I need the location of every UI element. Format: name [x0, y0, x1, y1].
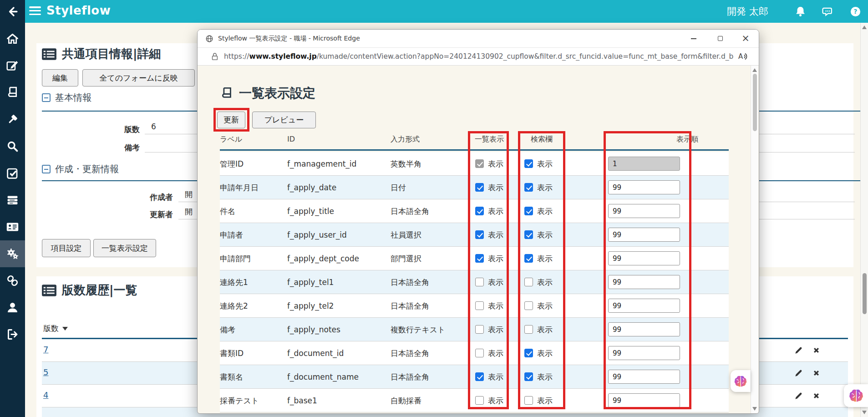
url-text[interactable]: https://www.styleflow.jp/kumade/contentV… — [224, 52, 734, 61]
list-display-checkbox[interactable] — [475, 325, 484, 334]
version-link[interactable]: 4 — [43, 390, 48, 400]
list-display-checkbox[interactable] — [475, 159, 484, 168]
sidebar-item-search[interactable] — [0, 133, 25, 160]
search-field-checkbox[interactable] — [524, 207, 533, 215]
address-bar[interactable]: https://www.styleflow.jp/kumade/contentV… — [198, 48, 759, 66]
search-field-checkbox[interactable] — [524, 372, 533, 381]
bell-icon[interactable] — [794, 5, 807, 18]
sidebar-item-check[interactable] — [0, 160, 25, 187]
display-order-input[interactable] — [608, 393, 680, 407]
scroll-up-icon[interactable] — [752, 68, 757, 72]
display-order-input[interactable] — [608, 370, 680, 384]
scrollbar-thumb[interactable] — [753, 74, 757, 131]
show-label: 表示 — [488, 395, 503, 406]
version-link[interactable]: 5 — [43, 367, 48, 377]
edit-row-icon[interactable] — [794, 392, 803, 400]
row-id: f_apply_tel1 — [287, 278, 334, 287]
sidebar-item-signout[interactable] — [0, 321, 25, 348]
display-order-input[interactable] — [608, 322, 680, 336]
delete-row-icon[interactable] — [812, 346, 821, 355]
show-label: 表示 — [537, 158, 553, 169]
minimize-icon[interactable] — [683, 30, 704, 47]
edge-popup-window: Styleflow 一覧表示設定 - 職場 - Microsoft Edge ×… — [197, 29, 759, 414]
search-field-checkbox[interactable] — [524, 325, 533, 334]
list-display-checkbox[interactable] — [475, 372, 484, 381]
display-order-input[interactable] — [608, 299, 680, 313]
search-field-checkbox[interactable] — [524, 254, 533, 263]
basic-info-section-header[interactable]: 基本情報 — [42, 92, 91, 104]
assistant-bubble[interactable] — [844, 384, 868, 407]
back-button[interactable] — [0, 0, 25, 23]
list-display-checkbox[interactable] — [475, 230, 484, 239]
item-settings-button[interactable]: 項目設定 — [42, 239, 91, 257]
list-display-checkbox[interactable] — [475, 349, 484, 357]
display-order-input[interactable] — [608, 157, 680, 171]
lock-icon — [210, 52, 219, 61]
popup-scrollbar[interactable] — [751, 66, 758, 413]
scroll-down-icon[interactable] — [752, 407, 757, 411]
search-field-checkbox[interactable] — [524, 396, 533, 405]
display-order-input[interactable] — [608, 275, 680, 289]
sidebar-item-link[interactable] — [0, 267, 25, 294]
delete-row-icon[interactable] — [812, 392, 821, 400]
display-order-input[interactable] — [608, 180, 680, 194]
collapse-icon[interactable] — [42, 93, 51, 102]
sidebar-item-server[interactable] — [0, 187, 25, 214]
list-display-checkbox[interactable] — [475, 278, 484, 286]
list-panel-icon — [41, 284, 57, 297]
apply-all-forms-button[interactable]: 全てのフォームに反映 — [82, 69, 195, 86]
scrollbar-thumb[interactable] — [863, 273, 867, 314]
sidebar-item-user[interactable] — [0, 294, 25, 321]
page-scrollbar[interactable] — [860, 23, 868, 417]
window-title-bar[interactable]: Styleflow 一覧表示設定 - 職場 - Microsoft Edge × — [198, 30, 759, 48]
display-order-input[interactable] — [608, 204, 680, 218]
chat-icon[interactable] — [822, 5, 834, 18]
gears-icon — [6, 247, 19, 260]
edit-row-icon[interactable] — [794, 346, 803, 355]
list-display-checkbox[interactable] — [475, 183, 484, 192]
help-icon[interactable]: ? — [849, 5, 862, 18]
edit-row-icon[interactable] — [794, 369, 803, 377]
delete-row-icon[interactable] — [812, 369, 821, 377]
edit-button[interactable]: 編集 — [42, 69, 78, 86]
list-display-checkbox[interactable] — [475, 207, 484, 215]
scroll-up-icon[interactable] — [862, 25, 867, 29]
list-display-settings-button[interactable]: 一覧表示設定 — [93, 239, 156, 257]
display-order-input[interactable] — [608, 228, 680, 242]
sidebar-item-edit[interactable] — [0, 52, 25, 79]
row-label: 連絡先1 — [220, 277, 248, 287]
search-field-checkbox[interactable] — [524, 230, 533, 239]
search-field-checkbox[interactable] — [524, 349, 533, 357]
close-icon[interactable]: × — [735, 30, 756, 47]
user-name[interactable]: 開発 太郎 — [727, 5, 768, 18]
search-field-checkbox[interactable] — [524, 183, 533, 192]
display-order-input[interactable] — [608, 346, 680, 360]
page-title: 共通項目情報|詳細 — [62, 46, 161, 62]
search-field-checkbox[interactable] — [524, 159, 533, 168]
sidebar-item-settings[interactable] — [0, 240, 25, 267]
update-button[interactable]: 更新 — [217, 112, 245, 128]
scroll-down-icon[interactable] — [862, 411, 867, 414]
version-column-header[interactable]: 版数 — [43, 323, 68, 334]
display-order-input[interactable] — [608, 251, 680, 265]
list-display-checkbox[interactable] — [475, 301, 484, 310]
sidebar-item-home[interactable] — [0, 25, 25, 52]
sidebar-item-book[interactable] — [0, 79, 25, 106]
collapse-icon[interactable] — [42, 165, 51, 173]
version-link[interactable]: 7 — [43, 345, 48, 354]
sidebar-item-idcard[interactable] — [0, 214, 25, 240]
search-field-checkbox[interactable] — [524, 301, 533, 310]
maximize-icon[interactable] — [710, 30, 731, 47]
row-id: f_apply_dept_code — [287, 254, 359, 263]
list-display-checkbox[interactable] — [475, 396, 484, 405]
assistant-bubble[interactable] — [731, 370, 751, 392]
search-field-checkbox[interactable] — [524, 278, 533, 286]
sidebar-item-hammer[interactable] — [0, 106, 25, 133]
hamburger-icon[interactable] — [29, 6, 41, 16]
column-label: 版数 — [43, 323, 59, 334]
list-display-checkbox[interactable] — [475, 254, 484, 263]
preview-button[interactable]: プレビュー — [252, 112, 316, 128]
read-aloud-icon[interactable]: A — [738, 51, 749, 61]
update-info-section-header[interactable]: 作成・更新情報 — [42, 163, 119, 175]
row-input-type: 社員選択 — [391, 229, 421, 240]
